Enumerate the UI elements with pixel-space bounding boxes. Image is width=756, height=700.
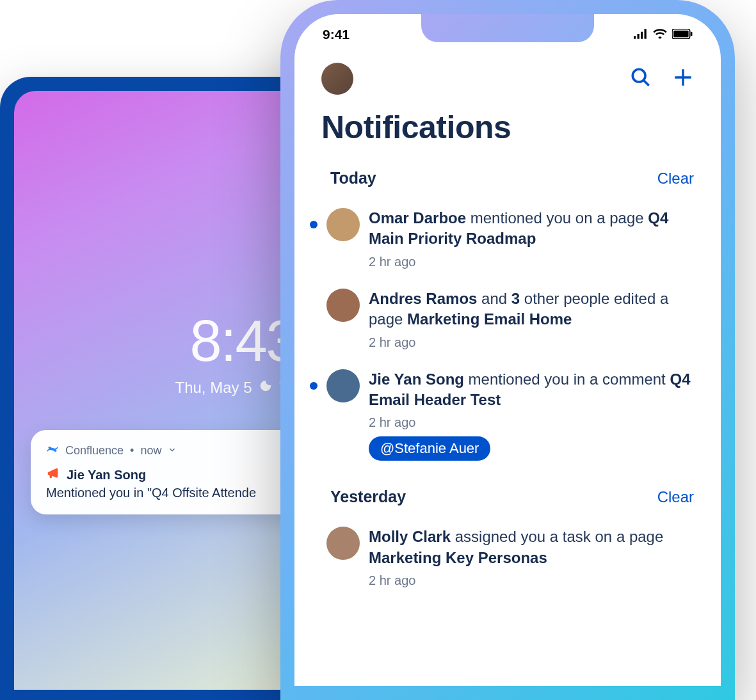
- section-title: Yesterday: [330, 488, 406, 506]
- svg-rect-3: [645, 29, 647, 38]
- notification-actor: Jie Yan Song: [369, 370, 464, 388]
- clear-button[interactable]: Clear: [657, 170, 694, 187]
- svg-point-7: [632, 69, 645, 82]
- push-bullet: •: [130, 444, 134, 457]
- notification-content: Omar Darboe mentioned you on a page Q4 M…: [369, 208, 694, 269]
- svg-rect-5: [673, 31, 688, 38]
- page-title: Notifications: [294, 100, 721, 161]
- actor-avatar: [326, 289, 360, 322]
- wifi-icon: [653, 27, 667, 42]
- notification-text: Andres Ramos and 3 other people edited a…: [369, 289, 694, 330]
- actor-avatar: [326, 369, 360, 402]
- push-when: now: [140, 444, 161, 457]
- confluence-icon: [46, 443, 59, 459]
- section-header-yesterday: Yesterday Clear: [294, 471, 721, 518]
- notification-actor: Omar Darboe: [369, 209, 466, 227]
- app-header: [294, 42, 721, 100]
- notification-time: 2 hr ago: [369, 335, 694, 350]
- notification-text: Molly Clark assigned you a task on a pag…: [369, 527, 694, 568]
- section-title: Today: [330, 169, 376, 187]
- battery-icon: [672, 27, 693, 42]
- moon-icon: [259, 379, 273, 397]
- status-icons: [634, 27, 693, 42]
- unread-dot: [310, 221, 318, 228]
- notification-item[interactable]: Andres Ramos and 3 other people edited a…: [294, 280, 721, 360]
- notification-item[interactable]: Jie Yan Song mentioned you in a comment …: [294, 360, 721, 472]
- status-time: 9:41: [323, 27, 350, 42]
- notification-actor: Molly Clark: [369, 528, 451, 545]
- notification-time: 2 hr ago: [369, 573, 694, 588]
- notification-time: 2 hr ago: [369, 255, 694, 269]
- notification-item[interactable]: Molly Clark assigned you a task on a pag…: [294, 518, 721, 598]
- unread-dot: [310, 382, 318, 390]
- push-app-name: Confluence: [65, 444, 124, 457]
- app-phone: 9:41: [280, 0, 735, 700]
- svg-rect-0: [634, 36, 636, 38]
- actor-avatar: [326, 208, 360, 241]
- notification-content: Molly Clark assigned you a task on a pag…: [369, 527, 694, 588]
- notification-actor: Andres Ramos: [369, 290, 477, 307]
- notification-content: Andres Ramos and 3 other people edited a…: [369, 289, 694, 350]
- notification-item[interactable]: Omar Darboe mentioned you on a page Q4 M…: [294, 199, 721, 280]
- user-avatar[interactable]: [321, 63, 353, 95]
- mention-pill[interactable]: @Stefanie Auer: [369, 436, 490, 461]
- notification-text: Omar Darboe mentioned you on a page Q4 M…: [369, 208, 694, 250]
- app-screen: 9:41: [294, 14, 721, 686]
- notification-text: Jie Yan Song mentioned you in a comment …: [369, 369, 694, 411]
- chevron-down-icon[interactable]: [168, 444, 177, 457]
- phone-notch: [421, 14, 594, 42]
- megaphone-icon: [46, 466, 60, 483]
- notification-content: Jie Yan Song mentioned you in a comment …: [369, 369, 694, 461]
- lockscreen-date: Thu, May 5: [175, 379, 252, 397]
- plus-icon[interactable]: [672, 67, 694, 91]
- svg-rect-6: [691, 32, 693, 36]
- actor-avatar: [326, 527, 360, 560]
- svg-rect-2: [641, 32, 643, 39]
- notification-time: 2 hr ago: [369, 415, 694, 430]
- clear-button[interactable]: Clear: [657, 488, 694, 506]
- notification-target: Marketing Key Personas: [369, 549, 547, 566]
- cellular-icon: [634, 27, 648, 42]
- svg-rect-1: [638, 34, 639, 39]
- search-icon[interactable]: [630, 67, 652, 91]
- notification-target: Marketing Email Home: [407, 310, 572, 328]
- header-actions: [630, 67, 694, 91]
- push-actor: Jie Yan Song: [67, 468, 146, 482]
- section-header-today: Today Clear: [294, 161, 721, 199]
